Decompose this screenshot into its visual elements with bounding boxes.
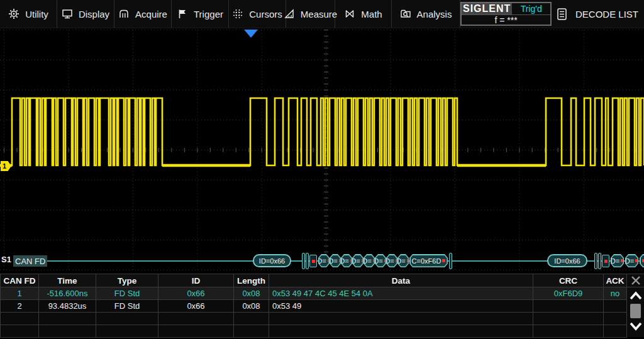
table-cell[interactable]: no [604, 287, 627, 300]
error-dot-icon [635, 259, 638, 262]
bus-delimiter-bar [449, 253, 452, 269]
acquire-arch-icon [118, 8, 130, 19]
error-dot-icon [604, 260, 608, 263]
table-cell[interactable] [533, 325, 604, 338]
table-header-cell: Length [234, 274, 269, 287]
table-header-cell: ACK [604, 274, 627, 287]
error-dot-icon [396, 259, 397, 262]
bus-data-bubble: D= [625, 254, 638, 267]
table-row[interactable]: 293.4832usFD Std0x660x080x53 49 [1, 300, 627, 313]
table-cell[interactable]: 0x53 49 [269, 300, 533, 313]
table-cell[interactable]: 0x66 [158, 287, 234, 300]
table-cell[interactable] [158, 313, 234, 325]
oscilloscope-screen: Utility Display Acquire Trigger [0, 0, 644, 339]
table-cell[interactable]: 0x66 [158, 300, 234, 313]
scrollbar-thumb[interactable] [630, 304, 641, 318]
table-cell[interactable] [234, 325, 269, 338]
bowtie-icon [344, 8, 355, 19]
table-cell[interactable] [269, 313, 533, 325]
menu-utility[interactable]: Utility [0, 0, 57, 28]
table-cell[interactable] [96, 325, 158, 338]
error-dot-icon [407, 259, 409, 262]
menu-acquire-label: Acquire [135, 9, 167, 19]
table-cell[interactable]: FD Std [96, 300, 158, 313]
menu-acquire[interactable]: Acquire [114, 0, 172, 28]
bus-data-bubble: C=0xF6D [409, 254, 448, 267]
menu-math[interactable]: Math [335, 0, 392, 28]
scroll-down-button[interactable] [627, 320, 644, 333]
table-row[interactable] [1, 325, 627, 338]
table-cell[interactable] [234, 313, 269, 325]
error-dot-icon [642, 259, 644, 262]
table-cell[interactable]: 93.4832us [39, 300, 96, 313]
error-dot-icon [621, 259, 624, 262]
status-box: SIGLENT Trig'd f = *** [460, 2, 552, 26]
table-cell[interactable] [533, 313, 604, 325]
bus-data-bubble: D= [341, 254, 352, 267]
table-cell[interactable] [158, 325, 234, 338]
table-header-cell: Time [39, 274, 96, 287]
menu-cursors[interactable]: Cursors [229, 0, 286, 28]
siglent-logo: SIGLENT [462, 3, 512, 14]
scroll-up-button[interactable] [627, 289, 644, 302]
folder-magnifier-icon [400, 8, 411, 19]
error-dot-icon [328, 259, 330, 262]
table-cell[interactable] [604, 300, 627, 313]
chevron-down-icon [630, 322, 642, 331]
menu-trigger[interactable]: Trigger [172, 0, 229, 28]
bus-data-bubble: D= [318, 254, 330, 267]
graticule-and-waveform [0, 28, 644, 272]
ruler-triangle-icon [284, 8, 295, 19]
table-cell[interactable]: 2 [1, 300, 39, 313]
decode-list-button[interactable]: DECODE LIST [552, 0, 644, 28]
table-cell[interactable]: FD Std [96, 287, 158, 300]
table-cell[interactable]: 0x08 [234, 287, 269, 300]
trigger-position-marker[interactable] [244, 30, 258, 38]
table-header-cell: CRC [533, 274, 604, 287]
close-table-button[interactable] [627, 274, 644, 287]
frequency-readout: f = *** [462, 15, 550, 25]
bus-error-box [602, 255, 609, 267]
menu-display-label: Display [79, 9, 109, 19]
table-cell[interactable]: 0x08 [234, 300, 269, 313]
menu-measure[interactable]: Measure [286, 0, 335, 28]
error-dot-icon [384, 259, 386, 262]
table-row[interactable]: 1-516.600nsFD Std0x660x080x53 49 47 4C 4… [1, 287, 627, 300]
table-cell[interactable] [533, 300, 604, 313]
bus-data-bubble: D= [375, 254, 386, 267]
trigger-status-badge: Trig'd [512, 3, 550, 14]
menu-cursors-label: Cursors [249, 9, 282, 19]
bus-protocol-tag[interactable]: CAN FD [13, 255, 47, 267]
cursor-grid-icon [232, 8, 243, 19]
table-cell[interactable] [96, 313, 158, 325]
menu-trigger-label: Trigger [194, 9, 223, 19]
table-cell[interactable] [1, 313, 39, 325]
table-cell[interactable] [269, 325, 533, 338]
table-cell[interactable] [39, 325, 96, 338]
can-waveform [0, 98, 644, 165]
table-header-cell: ID [158, 274, 234, 287]
bus-data-bubble: D= [397, 254, 409, 267]
menu-measure-label: Measure [301, 9, 337, 19]
table-cell[interactable] [39, 313, 96, 325]
table-cell[interactable]: 0xF6D9 [533, 287, 604, 300]
table-row[interactable] [1, 313, 627, 325]
error-dot-icon [442, 259, 445, 262]
table-cell[interactable] [604, 325, 627, 338]
table-scroll-column [627, 274, 644, 337]
menu-display[interactable]: Display [57, 0, 114, 28]
table-cell[interactable] [1, 325, 39, 338]
menu-analysis[interactable]: Analysis [392, 0, 460, 28]
table-header-row: CAN FDTimeTypeIDLengthDataCRCACK [1, 274, 627, 287]
error-dot-icon [339, 259, 341, 262]
table-cell[interactable]: 1 [1, 287, 39, 300]
bus-delimiter-bar [598, 253, 601, 269]
bus-delimiter-bar [594, 253, 597, 269]
error-dot-icon [350, 259, 352, 262]
bus-data-bubble: D= [386, 254, 397, 267]
chevron-up-icon [630, 291, 642, 300]
table-cell[interactable]: 0x53 49 47 4C 45 4E 54 0A [269, 287, 533, 300]
table-cell[interactable] [604, 313, 627, 325]
table-cell[interactable]: -516.600ns [39, 287, 96, 300]
bus-data-bubble: D= [352, 254, 364, 267]
